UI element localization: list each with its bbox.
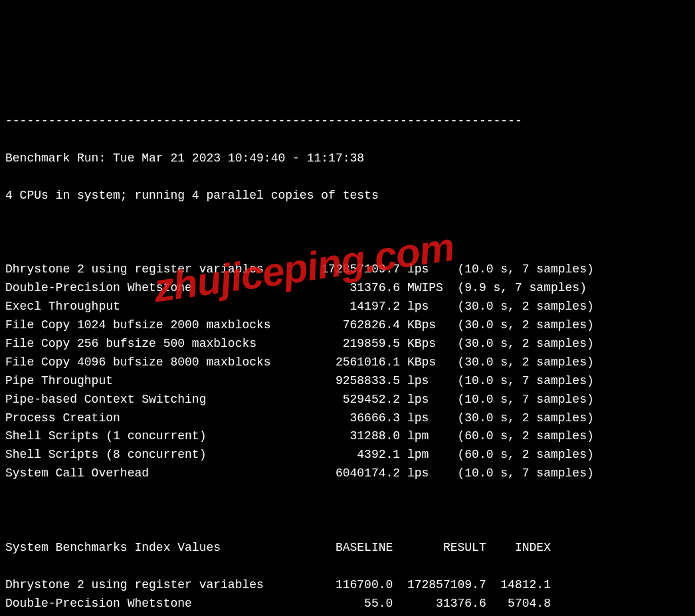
blank-line xyxy=(5,224,690,243)
test-row: Dhrystone 2 using register variables 172… xyxy=(5,260,690,279)
index-block: Dhrystone 2 using register variables 116… xyxy=(5,576,690,616)
benchmark-run-header: Benchmark Run: Tue Mar 21 2023 10:49:40 … xyxy=(5,150,690,168)
test-row: Pipe Throughput 9258833.5 lps (10.0 s, 7… xyxy=(5,372,690,391)
test-row: System Call Overhead 6040174.2 lps (10.0… xyxy=(5,464,690,483)
test-row: Process Creation 36666.3 lps (30.0 s, 2 … xyxy=(5,409,690,428)
index-row: Dhrystone 2 using register variables 116… xyxy=(5,576,690,595)
test-row: Pipe-based Context Switching 529452.2 lp… xyxy=(5,391,690,409)
index-row: Execl Throughput 43.0 14197.2 3301.7 xyxy=(5,613,690,616)
test-row: Shell Scripts (1 concurrent) 31288.0 lpm… xyxy=(5,427,690,446)
test-row: Shell Scripts (8 concurrent) 4392.1 lpm … xyxy=(5,446,690,464)
test-row: File Copy 256 bufsize 500 maxblocks 2198… xyxy=(5,335,690,354)
terminal-output: { "dashes": "---------------------------… xyxy=(0,37,695,616)
tests-block: Dhrystone 2 using register variables 172… xyxy=(5,260,690,483)
index-row: Double-Precision Whetstone 55.0 31376.6 … xyxy=(5,595,690,613)
test-row: Double-Precision Whetstone 31376.6 MWIPS… xyxy=(5,279,690,298)
blank-line xyxy=(5,502,690,520)
cpu-info-line: 4 CPUs in system; running 4 parallel cop… xyxy=(5,187,690,205)
index-header-row: System Benchmarks Index Values BASELINE … xyxy=(5,539,690,558)
divider-dashes: ----------------------------------------… xyxy=(5,112,690,131)
test-row: File Copy 1024 bufsize 2000 maxblocks 76… xyxy=(5,316,690,335)
test-row: File Copy 4096 bufsize 8000 maxblocks 25… xyxy=(5,354,690,372)
test-row: Execl Throughput 14197.2 lps (30.0 s, 2 … xyxy=(5,298,690,316)
